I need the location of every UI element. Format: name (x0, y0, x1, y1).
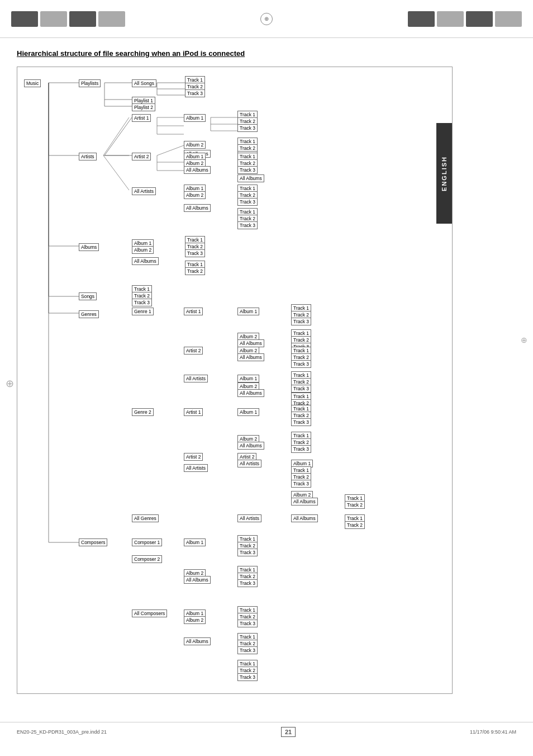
node-g2-allalbums-t2: Track 2 (345, 501, 365, 509)
node-g1-a1-al1-t3: Track 3 (291, 318, 311, 325)
node-c1-allalbums: All Albums (184, 576, 211, 584)
header-block-8 (495, 11, 522, 27)
node-g1-artist1: Artist 1 (184, 308, 203, 315)
header-block-7 (466, 11, 493, 27)
node-a2-a1-track3: Track 3 (237, 166, 258, 174)
header-block-2 (40, 11, 67, 27)
page-content: ⊕ Hierarchical structure of file searchi… (0, 38, 533, 716)
node-ac-allalbums: All Albums (184, 637, 211, 645)
node-ac-a2-t3: Track 3 (237, 646, 258, 654)
header-blocks-left (11, 11, 125, 27)
node-albums-album2: Album 2 (132, 246, 154, 254)
node-aa-allalbums: All Albums (184, 204, 211, 212)
node-albums: Albums (79, 243, 99, 251)
node-all-songs: All Songs (132, 79, 156, 87)
node-ag-allalbums: All Albums (291, 514, 318, 522)
node-ag-allartists: All Artists (237, 514, 261, 522)
node-g1-aa-allalbums: All Albums (237, 389, 264, 397)
center-compass-icon: ⊕ (260, 13, 273, 25)
node-aa-album2: Album 2 (184, 191, 206, 199)
node-g1-a2-t3: Track 3 (291, 360, 311, 368)
node-composer1: Composer 1 (132, 538, 162, 546)
node-c1-album1: Album 1 (184, 538, 206, 546)
node-artists: Artists (79, 153, 97, 160)
node-g1-aa-t3: Track 3 (291, 385, 311, 393)
node-albums-aa-track2: Track 2 (185, 267, 205, 275)
node-songs: Songs (79, 292, 97, 300)
node-g1-aa-album1: Album 1 (237, 375, 259, 382)
node-aa-a1-track3: Track 3 (237, 198, 258, 206)
node-genre2: Genre 2 (132, 408, 154, 416)
node-g2-a1-al1-t3: Track 3 (291, 418, 311, 426)
node-g1-a2-allalbums: All Albums (237, 353, 264, 361)
header-block-1 (11, 11, 38, 27)
header-block-3 (69, 11, 96, 27)
connector-lines (23, 73, 448, 688)
svg-line-25 (103, 155, 129, 190)
node-ag-aa-t2: Track 2 (345, 521, 365, 529)
node-composers: Composers (79, 538, 107, 546)
footer-file-info: EN20-25_KD-PDR31_003A_pre.indd 21 (17, 729, 107, 735)
header-blocks-right (408, 11, 522, 27)
svg-line-23 (103, 117, 129, 155)
node-c1-a2-t3: Track 3 (237, 579, 258, 587)
node-artist2-allalbums: All Albums (184, 166, 211, 174)
header-block-5 (408, 11, 435, 27)
node-g2-allalbums: All Albums (291, 498, 318, 505)
node-aa-aa-track3: Track 3 (237, 221, 258, 229)
node-ac-aa-t3: Track 3 (237, 673, 258, 681)
node-allsongs-track3: Track 3 (185, 89, 205, 97)
node-playlists: Playlists (79, 79, 101, 87)
header-block-4 (98, 11, 125, 27)
node-g2-a1-allalbums: All Albums (237, 442, 264, 450)
page-title: Hierarchical structure of file searching… (17, 49, 516, 58)
node-g2-artist1: Artist 1 (184, 408, 203, 416)
node-g2-allartists: All Artists (184, 464, 208, 472)
node-artist1: Artist 1 (132, 114, 151, 122)
footer: EN20-25_KD-PDR31_003A_pre.indd 21 21 11/… (0, 722, 533, 741)
node-artist1-album2: Album 2 (184, 141, 206, 149)
right-margin-indicator: ⊕ (521, 336, 527, 344)
node-a1-a1-track3: Track 3 (237, 124, 258, 132)
header-bar: ⊕ (0, 0, 533, 38)
left-margin-indicator: ⊕ (6, 377, 14, 390)
node-albums-a1-track3: Track 3 (185, 249, 205, 257)
node-ac-album2: Album 2 (184, 616, 206, 624)
svg-line-21 (104, 117, 132, 155)
node-genre1: Genre 1 (132, 308, 154, 315)
node-composer2: Composer 2 (132, 555, 162, 563)
page-number: 21 (281, 727, 296, 737)
node-albums-allalbums: All Albums (132, 257, 159, 265)
node-songs-track3: Track 3 (132, 299, 152, 306)
diagram-inner: Music Playlists Artists Albums Songs Gen… (23, 73, 448, 688)
node-g2-aa-al1-t3: Track 3 (291, 480, 311, 488)
node-g2-a1-al2-t3: Track 3 (291, 445, 311, 453)
node-all-artists-1: All Artists (132, 187, 156, 195)
node-genres: Genres (79, 310, 99, 318)
diagram-container: ENGLISH (17, 67, 453, 694)
node-g2-aa-album1: All Artists (237, 460, 261, 467)
node-g1-artist2: Artist 2 (184, 347, 203, 355)
footer-timestamp: 11/17/06 9:50:41 AM (470, 729, 516, 735)
node-artist1-album1: Album 1 (184, 114, 206, 122)
node-all-composers: All Composers (132, 609, 167, 617)
node-a1-aa-allalbums: All Albums (237, 174, 264, 182)
svg-line-36 (157, 145, 184, 155)
node-g2-artist2: Artist 2 (184, 453, 203, 461)
node-music: Music (24, 79, 41, 87)
node-playlist-2: Playlist 2 (132, 103, 155, 111)
node-g1-allartists: All Artists (184, 375, 208, 382)
node-g2-a1-album1: Album 1 (237, 408, 259, 416)
header-block-6 (437, 11, 464, 27)
node-c1-a1-t3: Track 3 (237, 549, 258, 556)
node-g1-a1-allalbums: All Albums (237, 339, 264, 347)
node-artist2: Artist 2 (132, 153, 151, 160)
node-ac-a1-t3: Track 3 (237, 620, 258, 627)
node-g1-a1-album1: Album 1 (237, 308, 259, 315)
node-all-genres: All Genres (132, 514, 159, 522)
